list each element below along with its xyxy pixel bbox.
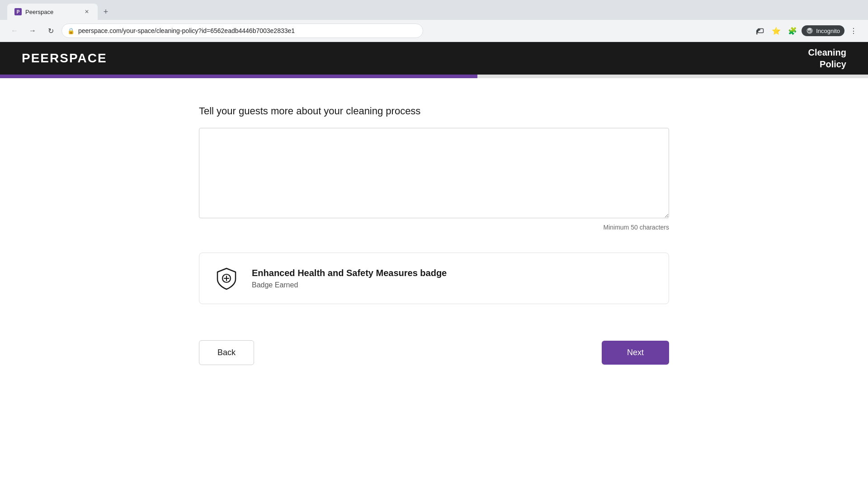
browser-toolbar: ← → ↻ 🔒 peerspace.com/your-space/cleanin… [0,20,868,42]
section-title: Tell your guests more about your cleanin… [199,105,669,117]
reload-button[interactable]: ↻ [43,23,58,38]
badge-info: Enhanced Health and Safety Measures badg… [252,268,447,289]
browser-title-bar: P Peerspace ✕ + [0,0,868,20]
header-nav-title: Cleaning Policy [808,47,846,70]
header-nav: Cleaning Policy [808,47,846,70]
tab-title: Peerspace [25,9,80,15]
lock-icon: 🔒 [67,28,75,34]
svg-point-2 [808,30,809,31]
extension-button[interactable]: 🧩 [785,23,800,38]
back-button[interactable]: Back [199,340,254,365]
menu-button[interactable]: ⋮ [846,23,861,38]
cleaning-process-textarea[interactable] [199,128,669,218]
incognito-badge: Incognito [802,25,844,36]
svg-point-3 [810,30,811,31]
browser-chrome: P Peerspace ✕ + ← → ↻ 🔒 peerspace.com/yo… [0,0,868,42]
incognito-label: Incognito [816,28,840,34]
tab-close-button[interactable]: ✕ [83,8,90,15]
progress-bar-container [0,75,868,78]
browser-tab[interactable]: P Peerspace ✕ [7,4,98,20]
app-header: PEERSPACE Cleaning Policy [0,42,868,75]
browser-actions: ⭐ 🧩 Incognito ⋮ [753,23,861,38]
badge-card: Enhanced Health and Safety Measures badg… [199,253,669,304]
badge-title: Enhanced Health and Safety Measures badg… [252,268,447,278]
svg-rect-0 [757,33,758,34]
badge-icon [214,266,239,291]
forward-nav-button[interactable]: → [25,23,40,38]
nav-buttons: Back Next [199,340,669,365]
new-tab-button[interactable]: + [99,5,112,18]
char-hint: Minimum 50 characters [199,224,669,231]
next-button[interactable]: Next [602,341,669,365]
back-nav-button[interactable]: ← [7,23,22,38]
progress-bar-fill [0,75,477,78]
bookmark-button[interactable]: ⭐ [769,23,783,38]
badge-subtitle: Badge Earned [252,281,447,289]
address-bar[interactable]: 🔒 peerspace.com/your-space/cleaning-poli… [61,23,423,38]
cast-button[interactable] [753,23,767,38]
tab-favicon: P [14,8,22,15]
peerspace-logo[interactable]: PEERSPACE [22,51,107,66]
address-url-text: peerspace.com/your-space/cleaning-policy… [78,27,417,34]
main-content: Tell your guests more about your cleanin… [163,78,705,392]
